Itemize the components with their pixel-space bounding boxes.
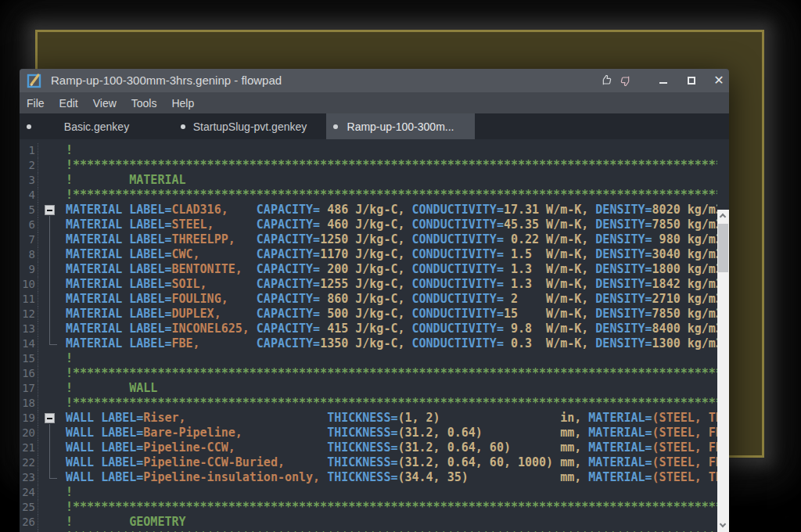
menu-item-tools[interactable]: Tools: [131, 97, 157, 110]
thumbs-down-icon[interactable]: [618, 74, 632, 87]
code-line[interactable]: 18!*************************************…: [20, 396, 717, 411]
code-line[interactable]: 8MATERIAL LABEL=CWC, CAPACITY=1170 J/kg-…: [20, 247, 717, 262]
line-number: 5: [20, 203, 38, 217]
code-line[interactable]: 1!: [20, 143, 717, 158]
code-text: !***************************************…: [62, 366, 717, 381]
line-number: 9: [20, 262, 38, 277]
menu-item-edit[interactable]: Edit: [59, 97, 78, 110]
window-title: Ramp-up-100-300mm-3hrs.geninp - flowpad: [51, 74, 282, 87]
line-number: 25: [20, 500, 38, 515]
line-number: 7: [20, 232, 38, 247]
line-number: 10: [20, 277, 38, 292]
fold-guide: [38, 470, 62, 485]
menu-item-view[interactable]: View: [93, 97, 117, 110]
code-line[interactable]: 19WALL LABEL=Riser, THICKNESS=(1, 2) in,…: [20, 411, 717, 426]
fold-guide: [38, 455, 62, 470]
fold-guide: [38, 292, 62, 307]
close-button[interactable]: ✕: [710, 72, 727, 89]
code-text: WALL LABEL=Pipeline-CCW-Buried, THICKNES…: [62, 455, 717, 470]
code-line[interactable]: 17! WALL: [20, 381, 717, 396]
code-line[interactable]: 20WALL LABEL=Bare-Pipeline, THICKNESS=(3…: [20, 426, 717, 440]
code-line[interactable]: 3! MATERIAL: [20, 173, 717, 188]
maximize-button[interactable]: [683, 72, 700, 89]
line-number: 21: [20, 440, 38, 455]
code-text: MATERIAL LABEL=INCONEL625, CAPACITY= 415…: [62, 322, 717, 336]
minimize-button[interactable]: [655, 72, 672, 89]
code-text: MATERIAL LABEL=DUPLEX, CAPACITY= 500 J/k…: [62, 307, 717, 322]
code-text: MATERIAL LABEL=FOULING, CAPACITY= 860 J/…: [62, 292, 717, 307]
code-text: !: [62, 143, 717, 158]
fold-toggle-icon[interactable]: [38, 203, 62, 217]
code-line[interactable]: 7MATERIAL LABEL=THREELPP, CAPACITY=1250 …: [20, 232, 717, 247]
fold-gutter: [38, 143, 62, 158]
scroll-up-button[interactable]: [717, 210, 729, 221]
line-number: 26: [20, 515, 38, 530]
desktop-background: Ramp-up-100-300mm-3hrs.geninp - flowpad …: [0, 0, 801, 532]
code-line[interactable]: 13MATERIAL LABEL=INCONEL625, CAPACITY= 4…: [20, 322, 717, 336]
line-number: 18: [20, 396, 38, 411]
edit-pencil-icon: [27, 73, 42, 88]
code-line[interactable]: 4!**************************************…: [20, 188, 717, 203]
line-number: 14: [20, 336, 38, 351]
titlebar[interactable]: Ramp-up-100-300mm-3hrs.geninp - flowpad …: [20, 69, 729, 92]
code-text: ! WALL: [62, 381, 717, 396]
code-text: ! MATERIAL: [62, 173, 717, 188]
tab-modified-dot: [333, 124, 338, 129]
code-line[interactable]: 26! GEOMETRY: [20, 515, 717, 530]
code-text: MATERIAL LABEL=CWC, CAPACITY=1170 J/kg-C…: [62, 247, 717, 262]
code-line[interactable]: 16!*************************************…: [20, 366, 717, 381]
code-line[interactable]: 25!*************************************…: [20, 500, 717, 515]
fold-gutter: [38, 515, 62, 530]
code-text: MATERIAL LABEL=STEEL, CAPACITY= 460 J/kg…: [62, 217, 717, 232]
fold-gutter: [38, 188, 62, 203]
fold-guide: [38, 426, 62, 440]
menu-item-help[interactable]: Help: [171, 97, 194, 110]
tab-ramp-up-100-300mm[interactable]: Ramp-up-100-300m...: [326, 113, 475, 139]
code-line[interactable]: 24!: [20, 485, 717, 500]
code-line[interactable]: 6MATERIAL LABEL=STEEL, CAPACITY= 460 J/k…: [20, 217, 717, 232]
fold-gutter: [38, 351, 62, 366]
code-line[interactable]: 14MATERIAL LABEL=FBE, CAPACITY=1350 J/kg…: [20, 336, 717, 351]
code-area[interactable]: 1!2!************************************…: [20, 139, 717, 532]
minimize-icon: [659, 82, 667, 84]
code-line[interactable]: 15!: [20, 351, 717, 366]
code-line[interactable]: 12MATERIAL LABEL=DUPLEX, CAPACITY= 500 J…: [20, 307, 717, 322]
tab-startupslug-pvt-genkey[interactable]: StartupSlug-pvt.genkey: [174, 113, 326, 139]
fold-gutter: [38, 485, 62, 500]
scroll-down-button[interactable]: [717, 520, 729, 532]
tab-modified-dot: [181, 124, 185, 129]
fold-gutter: [38, 158, 62, 173]
line-number: 8: [20, 247, 38, 262]
line-number: 3: [20, 173, 38, 188]
tab-basic-genkey[interactable]: Basic.genkey: [20, 113, 174, 139]
close-icon: ✕: [713, 74, 724, 87]
fold-guide: [38, 440, 62, 455]
code-line[interactable]: 2!**************************************…: [20, 158, 717, 173]
fold-minus-icon: [45, 413, 55, 423]
menu-item-file[interactable]: File: [27, 97, 45, 110]
code-line[interactable]: 11MATERIAL LABEL=FOULING, CAPACITY= 860 …: [20, 292, 717, 307]
code-text: MATERIAL LABEL=CLAD316, CAPACITY= 486 J/…: [62, 203, 717, 217]
thumbs-up-icon[interactable]: [600, 74, 614, 87]
code-text: MATERIAL LABEL=THREELPP, CAPACITY=1250 J…: [62, 232, 717, 247]
chevron-up-icon: [720, 214, 726, 220]
code-line[interactable]: 5MATERIAL LABEL=CLAD316, CAPACITY= 486 J…: [20, 203, 717, 217]
scrollbar[interactable]: [717, 210, 729, 532]
line-number: 23: [20, 470, 38, 485]
scroll-thumb[interactable]: [718, 224, 728, 272]
code-text: !***************************************…: [62, 500, 717, 515]
code-line[interactable]: 10MATERIAL LABEL=SOIL, CAPACITY=1255 J/k…: [20, 277, 717, 292]
code-line[interactable]: 21WALL LABEL=Pipeline-CCW, THICKNESS=(31…: [20, 440, 717, 455]
code-text: MATERIAL LABEL=BENTONITE, CAPACITY= 200 …: [62, 262, 717, 277]
code-text: !: [62, 485, 717, 500]
line-number: 22: [20, 455, 38, 470]
editor: 1!2!************************************…: [20, 139, 729, 532]
line-number: 13: [20, 322, 38, 336]
code-text: MATERIAL LABEL=SOIL, CAPACITY=1255 J/kg-…: [62, 277, 717, 292]
code-line[interactable]: 22WALL LABEL=Pipeline-CCW-Buried, THICKN…: [20, 455, 717, 470]
fold-toggle-icon[interactable]: [38, 411, 62, 426]
app-window: Ramp-up-100-300mm-3hrs.geninp - flowpad …: [20, 69, 729, 532]
code-line[interactable]: 9MATERIAL LABEL=BENTONITE, CAPACITY= 200…: [20, 262, 717, 277]
code-text: !***************************************…: [62, 158, 717, 173]
code-line[interactable]: 23WALL LABEL=Pipeline-insulation-only, T…: [20, 470, 717, 485]
